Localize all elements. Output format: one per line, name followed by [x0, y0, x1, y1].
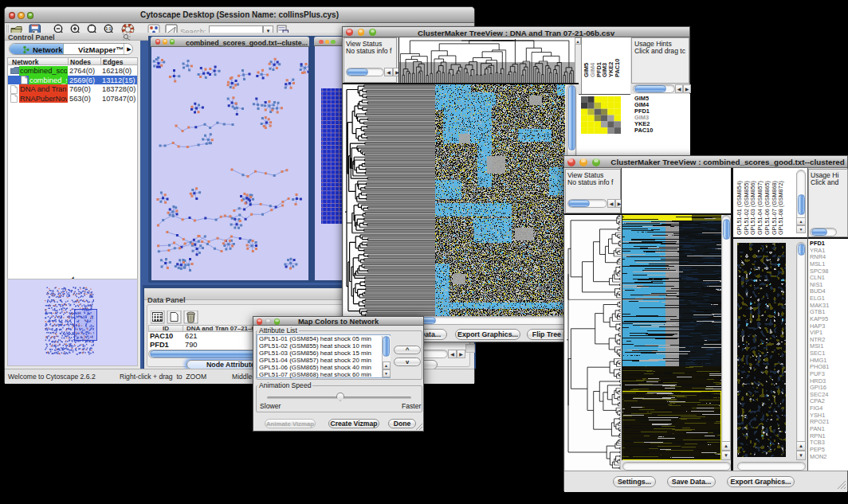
- svg-text:1:1: 1:1: [106, 27, 112, 31]
